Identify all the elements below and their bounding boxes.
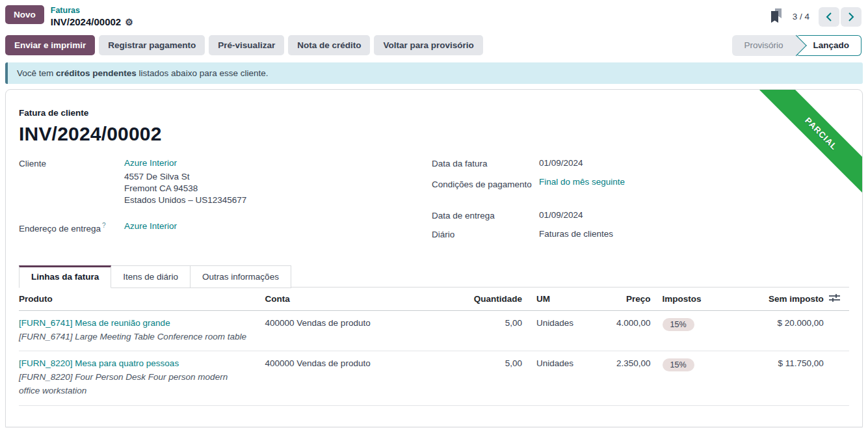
column-header-price[interactable]: Preço (599, 288, 655, 311)
delivery-address-link[interactable]: Azure Interior (124, 221, 177, 231)
quantity-cell[interactable]: 5,00 (467, 351, 527, 406)
address-line: 4557 De Silva St (124, 172, 246, 181)
new-button[interactable]: Novo (5, 5, 44, 24)
credit-note-button[interactable]: Nota de crédito (288, 35, 370, 55)
pager-previous-button[interactable] (819, 7, 839, 27)
account-cell[interactable]: 400000 Vendas de produto (265, 351, 468, 406)
customer-address: 4557 De Silva St Fremont CA 94538 Estado… (124, 172, 246, 205)
optional-columns-icon[interactable] (829, 293, 840, 304)
breadcrumb-current: INV/2024/00002 (51, 16, 121, 29)
send-print-button[interactable]: Enviar e imprimir (5, 35, 95, 55)
column-header-product[interactable]: Produto (19, 288, 265, 311)
invoice-number: INV/2024/00002 (19, 123, 849, 145)
tab-other-info[interactable]: Outras informações (191, 265, 291, 288)
address-line: Estados Unidos – US12345677 (124, 195, 246, 205)
tax-badge[interactable]: 15% (663, 318, 694, 331)
preview-button[interactable]: Pré-visualizar (209, 35, 284, 55)
price-cell[interactable]: 4.000,00 (599, 310, 655, 351)
invoice-lines-table: Produto Conta Quantidade UM Preço Impost… (19, 288, 849, 407)
register-payment-button[interactable]: Registrar pagamento (99, 35, 205, 55)
document-type-label: Fatura de cliente (19, 108, 849, 118)
uom-cell[interactable]: Unidades (527, 351, 599, 406)
price-cell[interactable]: 2.350,00 (599, 351, 655, 406)
column-header-subtotal[interactable]: Sem imposto (728, 288, 829, 311)
delivery-address-label: Endereço de entrega? (19, 221, 124, 234)
quantity-cell[interactable]: 5,00 (467, 310, 527, 351)
payment-terms-link[interactable]: Final do mês seguinte (539, 177, 625, 187)
help-icon[interactable]: ? (102, 222, 106, 229)
pager-count: 3 / 4 (793, 12, 809, 21)
pager-next-button[interactable] (841, 7, 861, 27)
product-description: [FURN_8220] Four Person Desk Four person… (19, 371, 250, 398)
column-header-account[interactable]: Conta (265, 288, 468, 311)
status-step-posted[interactable]: Lançado (796, 35, 861, 56)
invoice-line-row[interactable]: [FURN_8220] Mesa para quatro pessoas [FU… (19, 351, 849, 406)
address-line: Fremont CA 94538 (124, 183, 246, 193)
status-bar: Provisório Lançado (732, 35, 861, 56)
product-link[interactable]: [FURN_6741] Mesa de reunião grande (19, 318, 260, 328)
delivery-date-value[interactable]: 01/09/2024 (539, 210, 583, 221)
alert-bold-text: créditos pendentes (56, 68, 137, 78)
journal-value[interactable]: Faturas de clientes (539, 229, 613, 239)
alert-text-suffix: listados abaixo para esse cliente. (137, 68, 269, 78)
tab-invoice-lines[interactable]: Linhas da fatura (19, 265, 111, 288)
notebook-tabs: Linhas da fatura Itens de diário Outras … (19, 265, 849, 288)
column-header-taxes[interactable]: Impostos (656, 288, 728, 311)
uom-cell[interactable]: Unidades (527, 310, 599, 351)
reset-to-draft-button[interactable]: Voltar para provisório (374, 35, 482, 55)
customer-label: Cliente (19, 158, 124, 207)
alert-text: Você tem (17, 68, 56, 78)
account-cell[interactable]: 400000 Vendas de produto (265, 310, 468, 351)
tab-journal-items[interactable]: Itens de diário (111, 265, 191, 288)
subtotal-cell: $ 20.000,00 (728, 310, 829, 351)
breadcrumb: Faturas INV/2024/00002 ⚙ (51, 5, 133, 29)
gear-icon[interactable]: ⚙ (125, 17, 133, 29)
pending-credits-alert: Você tem créditos pendentes listados aba… (5, 62, 863, 84)
column-header-uom[interactable]: UM (527, 288, 599, 311)
control-panel: Novo Faturas INV/2024/00002 ⚙ 3 / 4 (0, 0, 868, 31)
product-description: [FURN_6741] Large Meeting Table Conferen… (19, 330, 250, 344)
invoice-form-sheet: PARCIAL Fatura de cliente INV/2024/00002… (5, 89, 863, 427)
tax-badge[interactable]: 15% (663, 358, 694, 371)
column-header-quantity[interactable]: Quantidade (467, 288, 527, 311)
invoice-date-value[interactable]: 01/09/2024 (539, 158, 583, 168)
payment-terms-label: Condições de pagamento (432, 177, 539, 193)
product-link[interactable]: [FURN_8220] Mesa para quatro pessoas (19, 358, 260, 368)
bookmark-icon[interactable] (769, 8, 783, 25)
journal-label: Diário (432, 229, 539, 239)
invoice-date-label: Data da fatura (432, 158, 539, 168)
invoice-line-row[interactable]: [FURN_6741] Mesa de reunião grande [FURN… (19, 310, 849, 351)
subtotal-cell: $ 11.750,00 (728, 351, 829, 406)
action-bar: Enviar e imprimir Registrar pagamento Pr… (0, 31, 868, 61)
breadcrumb-parent-link[interactable]: Faturas (51, 6, 80, 15)
customer-link[interactable]: Azure Interior (124, 158, 177, 168)
delivery-date-label: Data de entrega (432, 210, 539, 221)
